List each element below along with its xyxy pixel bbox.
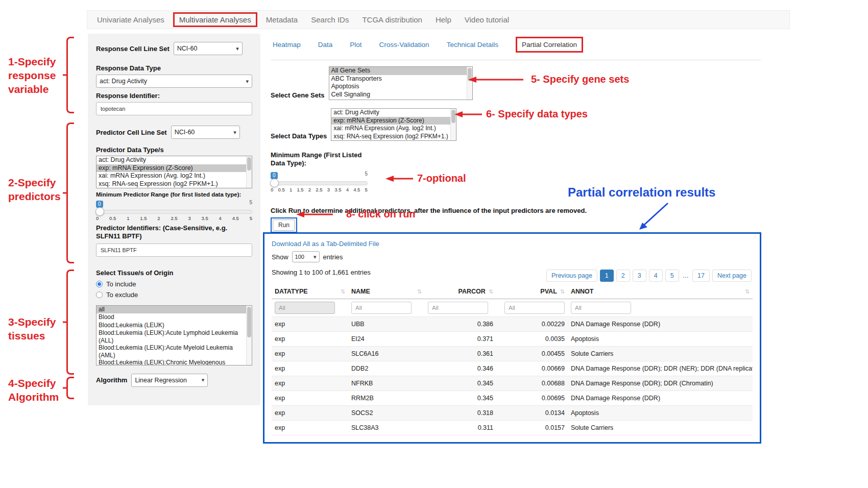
top-nav: Univariate Analyses Multivariate Analyse… xyxy=(87,10,790,29)
nav-video-tutorial[interactable]: Video tutorial xyxy=(458,12,516,27)
table-row[interactable]: exp SLC38A3 0.311 0.0157 Solute Carriers xyxy=(272,420,753,435)
previous-page-button[interactable]: Previous page xyxy=(546,270,597,282)
listbox-option[interactable]: xsq: RNA-seq Expression (log2 FPKM+1.) xyxy=(97,180,246,188)
next-page-button[interactable]: Next page xyxy=(712,270,752,282)
arrow-to-slider xyxy=(384,175,414,183)
listbox-option[interactable]: act: Drug Activity xyxy=(97,156,246,164)
slider-tick: 4 xyxy=(346,187,349,192)
arrow-to-data-types xyxy=(453,110,483,118)
scrollbar-thumb[interactable] xyxy=(247,307,251,337)
page-button-4[interactable]: 4 xyxy=(649,270,663,282)
response-data-type-select[interactable]: act: Drug Activity ▾ xyxy=(96,75,252,88)
slider-handle[interactable] xyxy=(95,207,104,216)
slider-value-badge: 0 xyxy=(271,172,278,179)
annotation-specify-response: 1-Specify response variable xyxy=(8,55,65,96)
tissue-include-radio[interactable]: To include xyxy=(96,280,252,288)
listbox-option[interactable]: Cell Signaling xyxy=(329,91,466,99)
column-header-name[interactable]: NAME ⇅ xyxy=(348,284,425,299)
brace-algorithm-section xyxy=(66,377,74,399)
nav-multivariate-analyses[interactable]: Multivariate Analyses xyxy=(173,12,257,27)
data-types-listbox[interactable]: act: Drug Activity exp: mRNA Expression … xyxy=(331,108,456,141)
cell-pval: 0.00229 xyxy=(496,317,568,331)
listbox-option[interactable]: Blood xyxy=(97,313,246,322)
nav-univariate-analyses[interactable]: Univariate Analyses xyxy=(90,12,171,27)
response-cell-line-set-select[interactable]: NCI-60 ▾ xyxy=(174,42,243,55)
response-identifier-input[interactable] xyxy=(96,102,252,115)
listbox-option[interactable]: xai: mRNA Expression (Avg. log2 Int.) xyxy=(97,172,246,180)
filter-annot-input[interactable] xyxy=(571,302,631,314)
tab-data[interactable]: Data xyxy=(318,41,333,48)
sort-icon: ⇅ xyxy=(560,288,565,295)
entries-per-page-select[interactable]: 100 ▾ xyxy=(292,251,320,262)
page-button-2[interactable]: 2 xyxy=(616,270,630,282)
page-button-17[interactable]: 17 xyxy=(692,270,710,282)
nav-tcga-distribution[interactable]: TCGA distribution xyxy=(355,12,429,27)
listbox-option[interactable]: act: Drug Activity xyxy=(331,109,450,117)
response-identifier-label: Response Identifier: xyxy=(96,92,252,100)
annotation-results-title: Partial correlation results xyxy=(568,185,715,201)
column-header-datatype[interactable]: DATATYPE ⇅ xyxy=(272,284,348,299)
page-button-1[interactable]: 1 xyxy=(600,270,614,282)
listbox-option[interactable]: xai: mRNA Expression (Avg. log2 Int.) xyxy=(331,125,450,133)
nav-help[interactable]: Help xyxy=(429,12,458,27)
scrollbar[interactable] xyxy=(246,156,252,188)
min-predictor-range-slider[interactable]: 0 5 0 0.5 1 1.5 2 2.5 3 3.5 4 4.5 5 xyxy=(96,199,252,221)
slider-track[interactable] xyxy=(271,181,368,185)
tab-cross-validation[interactable]: Cross-Validation xyxy=(379,41,429,48)
slider-tick: 1.5 xyxy=(297,187,303,192)
predictor-identifiers-input[interactable] xyxy=(96,243,252,257)
run-button[interactable]: Run xyxy=(273,219,295,231)
filter-datatype-input[interactable] xyxy=(275,302,335,314)
listbox-option[interactable]: Apoptosis xyxy=(329,83,466,91)
cell-parcor: 0.386 xyxy=(425,317,496,331)
filter-parcor-input[interactable] xyxy=(428,302,488,314)
tab-technical-details[interactable]: Technical Details xyxy=(447,41,498,48)
nav-search-ids[interactable]: Search IDs xyxy=(304,12,355,27)
table-row[interactable]: exp RRM2B 0.345 0.00695 DNA Damage Respo… xyxy=(272,391,753,405)
filter-pval-input[interactable] xyxy=(504,302,565,314)
tissue-listbox[interactable]: all Blood Blood:Leukemia (LEUK) Blood:Le… xyxy=(96,305,252,365)
table-row[interactable]: exp NFRKB 0.345 0.00688 DNA Damage Respo… xyxy=(272,376,753,391)
listbox-option[interactable]: ABC Transporters xyxy=(329,75,466,83)
table-row[interactable]: exp UBB 0.386 0.00229 DNA Damage Respons… xyxy=(272,316,753,331)
tab-heatmap[interactable]: Heatmap xyxy=(273,41,301,48)
listbox-option-selected[interactable]: all xyxy=(97,306,252,314)
listbox-option[interactable]: Blood:Leukemia (LEUK):Acute Lymphoid Leu… xyxy=(97,329,246,344)
min-range-slider[interactable]: 0 5 0 0.5 1 1.5 2 2.5 3 3.5 4 4.5 5 xyxy=(271,170,368,192)
listbox-option[interactable]: Blood:Leukemia (LEUK):Chronic Myelogenou… xyxy=(97,359,246,365)
listbox-option[interactable]: Blood:Leukemia (LEUK):Acute Myeloid Leuk… xyxy=(97,344,246,359)
table-row[interactable]: exp SOCS2 0.318 0.0134 Apoptosis xyxy=(272,405,753,420)
listbox-option-selected[interactable]: exp: mRNA Expression (Z-Score) xyxy=(331,117,456,125)
tab-plot[interactable]: Plot xyxy=(350,41,361,48)
table-row[interactable]: exp SLC6A16 0.361 0.00455 Solute Carrier… xyxy=(272,346,753,361)
page-button-3[interactable]: 3 xyxy=(633,270,646,282)
gene-sets-listbox[interactable]: All Gene Sets ABC Transporters Apoptosis… xyxy=(329,66,473,100)
listbox-option-selected[interactable]: All Gene Sets xyxy=(329,67,472,75)
tissue-exclude-radio[interactable]: To exclude xyxy=(96,290,252,299)
algorithm-label: Algorithm xyxy=(96,376,127,384)
column-header-parcor[interactable]: PARCOR ⇅ xyxy=(425,284,496,299)
algorithm-select[interactable]: Linear Regression ▾ xyxy=(131,374,208,387)
data-types-label: Select Data Types xyxy=(271,132,327,140)
nav-metadata[interactable]: Metadata xyxy=(259,12,305,27)
listbox-option[interactable]: Blood:Leukemia (LEUK) xyxy=(97,322,246,330)
page-button-5[interactable]: 5 xyxy=(665,270,679,282)
table-row[interactable]: exp EI24 0.371 0.0035 Apoptosis xyxy=(272,331,753,346)
results-table: DATATYPE ⇅ NAME ⇅ PARCOR ⇅ PVAL ⇅ ANNOT xyxy=(272,284,753,435)
download-all-link[interactable]: Download All as a Tab-Delimited File xyxy=(272,240,379,248)
slider-track[interactable] xyxy=(96,210,252,214)
min-range-label: Minimum Range (First Listed Data Type): xyxy=(271,151,761,168)
scrollbar[interactable] xyxy=(246,306,252,365)
slider-tick: 2.5 xyxy=(316,187,322,192)
column-header-pval[interactable]: PVAL ⇅ xyxy=(496,284,568,299)
slider-handle[interactable] xyxy=(270,179,279,187)
scrollbar-thumb[interactable] xyxy=(247,157,251,170)
table-row[interactable]: exp DDB2 0.346 0.00669 DNA Damage Respon… xyxy=(272,361,753,376)
predictor-data-types-listbox[interactable]: act: Drug Activity exp: mRNA Expression … xyxy=(96,156,252,188)
predictor-cell-line-set-select[interactable]: NCI-60 ▾ xyxy=(171,126,240,139)
filter-name-input[interactable] xyxy=(351,302,412,314)
tab-partial-correlation[interactable]: Partial Correlation xyxy=(516,37,583,53)
column-header-annot[interactable]: ANNOT ⇅ xyxy=(568,284,753,299)
listbox-option[interactable]: xsq: RNA-seq Expression (log2 FPKM+1.) xyxy=(331,133,450,141)
listbox-option-selected[interactable]: exp: mRNA Expression (Z-Score) xyxy=(97,164,252,173)
